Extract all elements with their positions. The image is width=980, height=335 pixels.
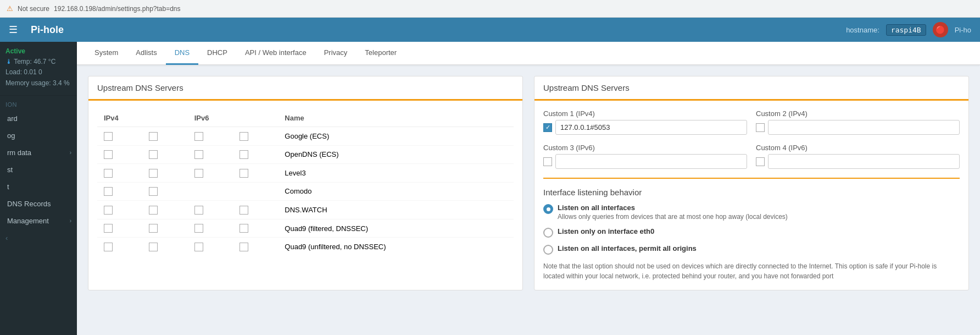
temp-icon: 🌡	[5, 58, 12, 65]
management-chevron-icon: ›	[70, 218, 71, 224]
name-header: Name	[278, 109, 514, 127]
load-value: Load: 0.01 0	[5, 67, 71, 78]
sidebar-item-rm-data[interactable]: rm data ›	[0, 144, 77, 161]
dns-checkbox[interactable]	[104, 243, 113, 251]
app-logo: Pi-hole	[31, 24, 64, 36]
sidebar-item-management[interactable]: Management ›	[0, 212, 77, 229]
dns-checkbox[interactable]	[240, 169, 248, 178]
interface-title: Interface listening behavior	[543, 188, 960, 197]
dns-checkbox[interactable]	[240, 206, 248, 215]
dns-checkbox[interactable]	[240, 224, 248, 233]
custom1-input[interactable]	[555, 120, 747, 135]
dns-server-name: Quad9 (filtered, DNSSEC)	[278, 219, 514, 238]
sidebar-item-rm-data-label: rm data	[7, 149, 31, 157]
hamburger-menu[interactable]: ☰	[9, 24, 18, 36]
right-panel-body: Custom 1 (IPv4) ✓ Custom 2 (IPv4)	[534, 101, 968, 290]
radio-circle[interactable]	[543, 228, 553, 238]
sidebar-item-t-label: t	[7, 183, 9, 191]
custom3-input[interactable]	[555, 154, 747, 169]
ipv4-header: IPv4	[97, 109, 188, 127]
sidebar-divider-1	[0, 95, 77, 96]
sidebar-section-ion: ION	[0, 98, 77, 110]
user-avatar[interactable]: 🔴	[933, 22, 948, 37]
tab-adlists[interactable]: Adlists	[127, 42, 165, 65]
radio-label: Listen on all interfaces, permit all ori…	[558, 244, 697, 252]
interface-radio-option[interactable]: Listen only on interface eth0	[543, 227, 960, 238]
tab-system[interactable]: System	[86, 42, 127, 65]
tab-dhcp[interactable]: DHCP	[198, 42, 236, 65]
custom2-row	[756, 120, 960, 135]
left-panel-body: IPv4 IPv6 Name Google (ECS)OpenDNS (ECS)…	[88, 101, 522, 265]
hostname-value: raspi4B	[886, 24, 926, 36]
sidebar-collapse-btn[interactable]: ‹	[0, 229, 77, 246]
dns-checkbox[interactable]	[104, 224, 113, 233]
tab-privacy[interactable]: Privacy	[315, 42, 357, 65]
tab-dns[interactable]: DNS	[166, 42, 198, 65]
dns-checkbox[interactable]	[149, 169, 158, 178]
radio-circle[interactable]	[543, 245, 553, 255]
custom2-input[interactable]	[768, 120, 960, 135]
dns-checkbox[interactable]	[194, 150, 203, 159]
sidebar-item-t[interactable]: t	[0, 178, 77, 195]
sidebar-item-ard-label: ard	[7, 114, 18, 123]
dns-server-name: OpenDNS (ECS)	[278, 145, 514, 164]
custom2-checkbox[interactable]	[756, 123, 765, 132]
custom4-checkbox[interactable]	[756, 157, 765, 166]
sidebar-item-og[interactable]: og	[0, 127, 77, 144]
right-panel: Upstream DNS Servers Custom 1 (IPv4) ✓	[534, 76, 969, 290]
sidebar-status: Active 🌡 Temp: 46.7 °C Load: 0.01 0 Memo…	[0, 42, 77, 93]
dns-checkbox[interactable]	[149, 206, 158, 215]
tab-api-web[interactable]: API / Web interface	[236, 42, 315, 65]
main-content: System Adlists DNS DHCP API / Web interf…	[77, 42, 980, 335]
memory-value: Memory usage: 3.4 %	[5, 78, 71, 89]
dns-checkbox[interactable]	[104, 150, 113, 159]
dns-checkbox[interactable]	[240, 132, 248, 141]
sidebar-item-ard[interactable]: ard	[0, 110, 77, 127]
sidebar-item-st[interactable]: st	[0, 161, 77, 178]
interface-radio-option[interactable]: Listen on all interfaces, permit all ori…	[543, 244, 960, 255]
dns-checkbox[interactable]	[104, 132, 113, 141]
dns-table-row: Google (ECS)	[97, 127, 514, 146]
dns-checkbox[interactable]	[149, 224, 158, 233]
radio-label: Listen on all interfaces	[558, 204, 788, 212]
tab-teleporter[interactable]: Teleporter	[356, 42, 405, 65]
dns-checkbox[interactable]	[194, 132, 203, 141]
username-text: Pi-ho	[955, 26, 971, 34]
dns-checkbox[interactable]	[104, 206, 113, 215]
radio-circle[interactable]	[543, 204, 553, 214]
custom3-checkbox[interactable]	[543, 157, 552, 166]
dns-checkbox[interactable]	[104, 187, 113, 196]
dns-table-row: Comodo	[97, 182, 514, 201]
custom3-group: Custom 3 (IPv6)	[543, 144, 747, 169]
collapse-icon: ‹	[5, 234, 8, 242]
dns-checkbox[interactable]	[104, 169, 113, 178]
custom4-input[interactable]	[768, 154, 960, 169]
security-text: Not secure	[18, 5, 49, 13]
dns-checkbox[interactable]	[149, 132, 158, 141]
dns-checkbox[interactable]	[240, 243, 248, 251]
radio-text: Listen on all interfacesAllows only quer…	[558, 204, 788, 221]
interface-radio-option[interactable]: Listen on all interfacesAllows only quer…	[543, 204, 960, 221]
custom1-group: Custom 1 (IPv4) ✓	[543, 109, 747, 135]
custom-dns-grid: Custom 1 (IPv4) ✓ Custom 2 (IPv4)	[543, 109, 960, 169]
security-warning-icon: ⚠	[7, 4, 13, 13]
dns-checkbox[interactable]	[194, 243, 203, 251]
sidebar-item-dns-records-label: DNS Records	[7, 200, 51, 208]
dns-checkbox[interactable]	[194, 206, 203, 215]
dns-checkbox[interactable]	[149, 150, 158, 159]
dns-table-row: Quad9 (filtered, DNSSEC)	[97, 219, 514, 238]
dns-table-row: Level3	[97, 164, 514, 183]
custom1-checkbox[interactable]: ✓	[543, 123, 552, 132]
browser-bar: ⚠ Not secure 192.168.0.198/admin/setting…	[0, 0, 980, 18]
sidebar-item-dns-records[interactable]: DNS Records	[0, 195, 77, 212]
url-bar[interactable]: 192.168.0.198/admin/settings.php?tab=dns	[54, 5, 181, 13]
dns-checkbox[interactable]	[149, 187, 158, 196]
dns-server-name: Quad9 (unfiltered, no DNSSEC)	[278, 238, 514, 256]
dns-table-row: Quad9 (unfiltered, no DNSSEC)	[97, 238, 514, 256]
dns-checkbox[interactable]	[240, 150, 248, 159]
dns-checkbox[interactable]	[194, 169, 203, 178]
temp-value: Temp: 46.7 °C	[14, 58, 55, 65]
dns-checkbox[interactable]	[149, 243, 158, 251]
dns-checkbox[interactable]	[194, 224, 203, 233]
right-panel-header: Upstream DNS Servers	[534, 76, 968, 101]
